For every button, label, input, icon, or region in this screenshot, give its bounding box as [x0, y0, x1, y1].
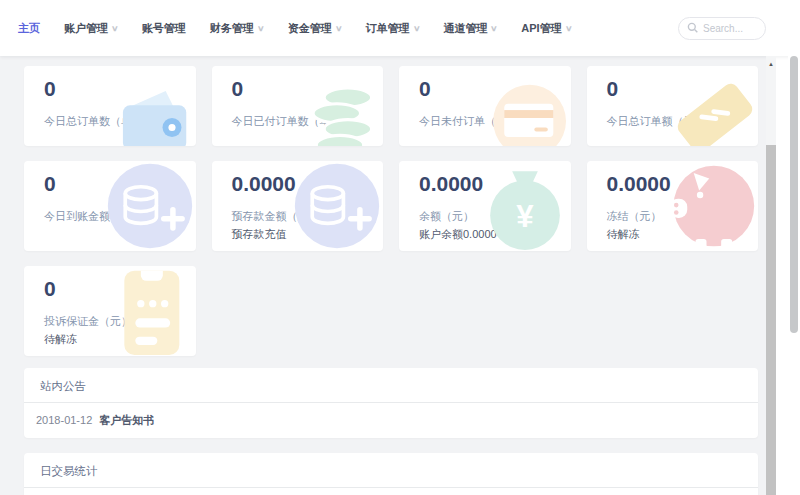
nav-item-label: API管理 — [521, 21, 561, 36]
announcement-item[interactable]: 2018-01-12 客户告知书 — [24, 403, 758, 438]
content-scrollbar-track: ▲ — [766, 56, 776, 495]
stat-value: 0 — [44, 76, 196, 102]
announcement-panel-title: 站内公告 — [24, 368, 758, 402]
search-icon — [687, 22, 698, 33]
stat-value: 0 — [607, 76, 759, 102]
stat-value: 0 — [232, 76, 384, 102]
stat-sublabel: 待解冻 — [607, 228, 759, 241]
content-scrollbar-thumb[interactable] — [766, 145, 776, 495]
stat-card: 0 今日总订单数（单） — [24, 66, 196, 146]
scroll-up-arrow-icon[interactable]: ▲ — [766, 56, 776, 71]
stat-value: 0 — [44, 276, 196, 302]
announcement-panel: 站内公告 2018-01-12 客户告知书 — [24, 368, 758, 438]
stat-card: 0.0000 冻结（元） 待解冻 — [587, 161, 759, 251]
nav-item-label: 通道管理 — [443, 21, 487, 36]
nav-item-label: 账号管理 — [142, 21, 186, 36]
stat-card: 0.0000 预存款金额（元） 预存款充值 — [212, 161, 384, 251]
stat-value: 0 — [44, 171, 196, 197]
nav-item[interactable]: API管理 ∨ — [521, 21, 571, 36]
chevron-down-icon: ∨ — [413, 24, 421, 33]
main-content: 0 今日总订单数（单） 0 今日已付订单数（单） 0 今日未付订单（单） 0 — [0, 56, 776, 495]
chevron-down-icon: ∨ — [257, 24, 265, 33]
nav-item-label: 订单管理 — [366, 21, 410, 36]
chevron-down-icon: ∨ — [111, 24, 119, 33]
nav-item[interactable]: 资金管理 ∨ — [288, 21, 342, 36]
stat-card: 0 投诉保证金（元） 待解冻 — [24, 266, 196, 356]
nav-item[interactable]: 财务管理 ∨ — [210, 21, 264, 36]
stat-card: 0 今日到账金额（元） — [24, 161, 196, 251]
stat-card: 0.0000 余额（元） 账户余额0.0000 ¥ — [399, 161, 571, 251]
stat-card: 0 今日未付订单（单） — [399, 66, 571, 146]
stat-label: 今日总订单数（单） — [44, 115, 196, 128]
stat-label: 冻结（元） — [607, 210, 759, 223]
nav-item-label: 主页 — [18, 21, 40, 36]
stat-label: 今日总订单额（元） — [607, 115, 759, 128]
stat-sublabel: 账户余额0.0000 — [419, 228, 571, 241]
nav-item-label: 资金管理 — [288, 21, 332, 36]
chevron-down-icon: ∨ — [491, 24, 499, 33]
stat-value: 0 — [419, 76, 571, 102]
stat-sublabel: 待解冻 — [44, 333, 196, 346]
nav-item-label: 财务管理 — [210, 21, 254, 36]
stat-label: 余额（元） — [419, 210, 571, 223]
nav-item[interactable]: 账号管理 ∨ — [142, 21, 186, 36]
nav-item[interactable]: 订单管理 ∨ — [366, 21, 420, 36]
daily-stats-panel-title: 日交易统计 — [24, 453, 758, 487]
stat-value: 0.0000 — [419, 171, 571, 197]
stat-label: 今日到账金额（元） — [44, 210, 196, 223]
nav-item[interactable]: 通道管理 ∨ — [443, 21, 497, 36]
announcement-link[interactable]: 客户告知书 — [99, 414, 154, 426]
nav-item[interactable]: 主页 ∨ — [18, 21, 40, 36]
stat-card: 0 今日已付订单数（单） — [212, 66, 384, 146]
nav-item-label: 账户管理 — [64, 21, 108, 36]
chevron-down-icon: ∨ — [565, 24, 573, 33]
daily-stats-panel: 日交易统计 商品订单概况 笔数 金额 ∿ — [24, 453, 758, 495]
nav-item[interactable]: 账户管理 ∨ — [64, 21, 118, 36]
top-navbar: 主页 ∨ 账户管理 ∨ 账号管理 ∨ 财务管理 ∨ 资金管理 ∨ — [0, 0, 800, 56]
browser-scrollbar-track — [788, 0, 800, 495]
browser-scrollbar-thumb[interactable] — [790, 56, 798, 333]
search-box — [678, 17, 766, 40]
chart-header-row: 商品订单概况 笔数 金额 ∿ ▥ — [24, 488, 758, 495]
stat-value: 0.0000 — [607, 171, 759, 197]
main-nav: 主页 ∨ 账户管理 ∨ 账号管理 ∨ 财务管理 ∨ 资金管理 ∨ — [18, 21, 596, 36]
stat-sublabel[interactable]: 预存款充值 — [232, 228, 384, 241]
stat-value: 0.0000 — [232, 171, 384, 197]
stat-label: 今日未付订单（单） — [419, 115, 571, 128]
stats-grid: 0 今日总订单数（单） 0 今日已付订单数（单） 0 今日未付订单（单） 0 — [24, 66, 758, 356]
stat-label: 投诉保证金（元） — [44, 315, 196, 328]
stat-label: 预存款金额（元） — [232, 210, 384, 223]
announcement-date: 2018-01-12 — [36, 414, 92, 426]
chevron-down-icon: ∨ — [335, 24, 343, 33]
stat-card: 0 今日总订单额（元） — [587, 66, 759, 146]
stat-label: 今日已付订单数（单） — [232, 115, 384, 128]
